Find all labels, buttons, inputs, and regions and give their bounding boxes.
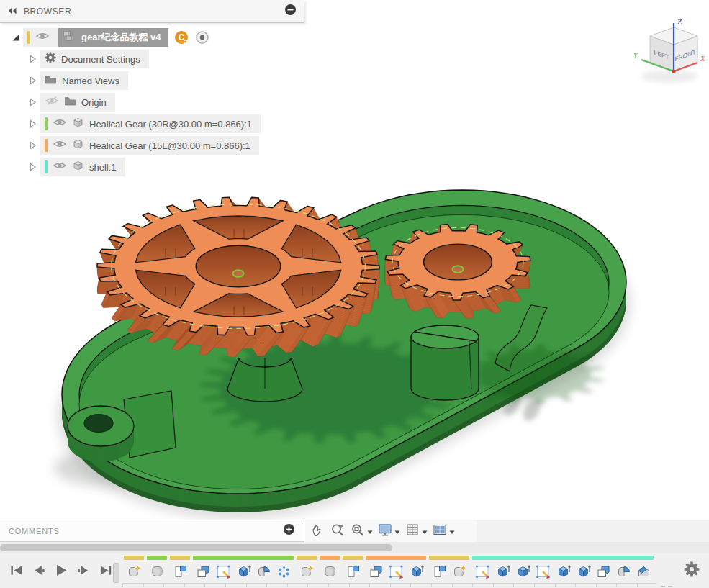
timeline-feature-extrude[interactable] [233, 562, 253, 582]
folder-icon [45, 74, 57, 88]
fit-tool[interactable] [350, 522, 373, 540]
panel-minimize-icon[interactable] [284, 4, 297, 19]
zoom-tool[interactable] [330, 522, 346, 540]
body-cube-icon [72, 117, 84, 131]
skip-to-start-button[interactable] [10, 565, 23, 576]
timeline-group-bar [170, 556, 190, 560]
browser-panel: BROWSER gear纪念品教程 v4CDocument SettingsNa… [0, 0, 304, 178]
expand-icon[interactable] [29, 76, 40, 85]
body-color-swatch[interactable] [45, 139, 48, 152]
timeline-group [170, 556, 190, 582]
grid-and-snaps-tool[interactable] [405, 522, 428, 540]
body-color-swatch[interactable] [45, 160, 48, 173]
timeline-feature-chamfer[interactable] [633, 562, 654, 582]
eye-icon[interactable] [53, 139, 67, 152]
cloud-sync-status-icon[interactable]: C [174, 30, 189, 45]
timeline-feature-revolve[interactable] [613, 562, 633, 582]
tree-item-healical-gear-15l-30-00-m-0-866-1[interactable]: Healical Gear (15L@30.00 m=0.866):1 [0, 135, 304, 156]
expand-icon[interactable] [29, 119, 40, 128]
timeline-feature-construction-plane[interactable] [343, 562, 363, 582]
tree-item-label: Document Settings [61, 54, 140, 65]
body-color-swatch[interactable] [45, 117, 48, 130]
pan-tool[interactable] [310, 522, 325, 540]
timeline-group [429, 556, 469, 582]
view-cube[interactable]: LEFTFRONTZYX [633, 17, 705, 83]
expand-icon[interactable] [29, 163, 40, 171]
tree-item-origin[interactable]: Origin [0, 91, 304, 113]
component-color-swatch[interactable] [27, 31, 30, 44]
panel-collapse-icon[interactable] [7, 5, 17, 18]
expand-icon[interactable] [29, 98, 40, 107]
timeline-feature-sketch[interactable] [386, 562, 406, 582]
timeline-feature-extrude[interactable] [406, 562, 426, 582]
timeline-group [297, 556, 317, 582]
timeline-feature-extrude[interactable] [512, 562, 533, 582]
expand-icon[interactable] [29, 141, 40, 150]
eye-icon[interactable] [53, 117, 67, 130]
step-back-button[interactable] [32, 565, 45, 576]
tree-item-shell-1[interactable]: shell:1 [0, 156, 304, 178]
timeline-scrollbar [0, 542, 709, 553]
root-visibility-chip [23, 28, 58, 47]
expand-collapse-icon[interactable] [12, 33, 23, 42]
timeline-feature-sketch[interactable] [533, 562, 553, 582]
timeline-feature-new-component[interactable] [449, 562, 469, 582]
timeline-features [124, 556, 654, 582]
viewports-tool[interactable] [432, 522, 455, 540]
timeline-feature-construction-plane[interactable] [429, 562, 449, 582]
timeline-feature-box[interactable] [366, 562, 386, 582]
tree-item-document-settings[interactable]: Document Settings [0, 48, 304, 70]
document-name: gear纪念品教程 v4 [81, 31, 161, 44]
magnifier-plus-icon [330, 522, 346, 540]
dropdown-caret-icon[interactable] [394, 525, 400, 538]
timeline-feature-sketch[interactable] [213, 562, 233, 582]
expand-icon[interactable] [29, 55, 40, 63]
root-selected[interactable]: gear纪念品教程 v4 [58, 28, 168, 47]
dropdown-caret-icon[interactable] [449, 525, 455, 538]
timeline-feature-body[interactable] [147, 562, 167, 582]
timeline-feature-sketch[interactable] [472, 562, 492, 582]
timeline-feature-box[interactable] [593, 562, 613, 582]
grid-icon [405, 522, 420, 540]
browser-header: BROWSER [0, 0, 304, 23]
add-comment-button[interactable] [283, 523, 295, 538]
left-gear-post[interactable] [227, 358, 302, 402]
eye-off-icon[interactable] [45, 96, 59, 109]
timeline-scrollbar-thumb[interactable] [0, 544, 392, 551]
timeline-feature-extrude[interactable] [573, 562, 593, 582]
play-button[interactable] [55, 564, 68, 576]
activate-component-radio[interactable] [195, 30, 209, 45]
timeline-group [343, 556, 363, 582]
timeline-feature-revolve[interactable] [253, 562, 274, 582]
comments-bar: COMMENTS [0, 520, 304, 542]
tree-item-named-views[interactable]: Named Views [0, 70, 304, 91]
right-gear-post[interactable] [411, 325, 479, 400]
origin-marker [453, 266, 464, 273]
hub-hole [424, 244, 492, 280]
timeline-feature-circular-pattern[interactable] [274, 562, 294, 582]
timeline-feature-box[interactable] [193, 562, 213, 582]
z-axis-label: Z [677, 17, 682, 26]
timeline-group-bar [193, 556, 294, 560]
step-forward-button[interactable] [77, 565, 90, 576]
timeline-settings-gear-icon[interactable] [684, 561, 700, 580]
eye-icon[interactable] [35, 31, 50, 44]
dropdown-caret-icon[interactable] [367, 525, 373, 538]
timeline-feature-body[interactable] [320, 562, 340, 582]
skip-to-end-button[interactable] [99, 565, 112, 576]
display-settings-tool[interactable] [377, 522, 400, 540]
dropdown-caret-icon[interactable] [422, 525, 428, 538]
eye-icon[interactable] [53, 160, 67, 173]
browser-title: BROWSER [24, 6, 284, 17]
timeline-feature-extrude[interactable] [553, 562, 573, 582]
statusbar-filler [477, 520, 709, 542]
timeline-feature-extrude[interactable] [492, 562, 512, 582]
tree-item-healical-gear-30r-30-00-m-0-866-1[interactable]: Healical Gear (30R@30.00 m=0.866):1 [0, 113, 304, 135]
timeline-position-marker[interactable] [113, 563, 119, 583]
timeline-feature-new-component[interactable] [124, 562, 144, 582]
timeline-feature-construction-plane[interactable] [170, 562, 190, 582]
browser-tree: gear纪念品教程 v4CDocument SettingsNamed View… [0, 23, 304, 178]
timeline-group [472, 556, 654, 582]
timeline-feature-new-component[interactable] [297, 562, 317, 582]
tree-root-row[interactable]: gear纪念品教程 v4C [0, 27, 304, 48]
